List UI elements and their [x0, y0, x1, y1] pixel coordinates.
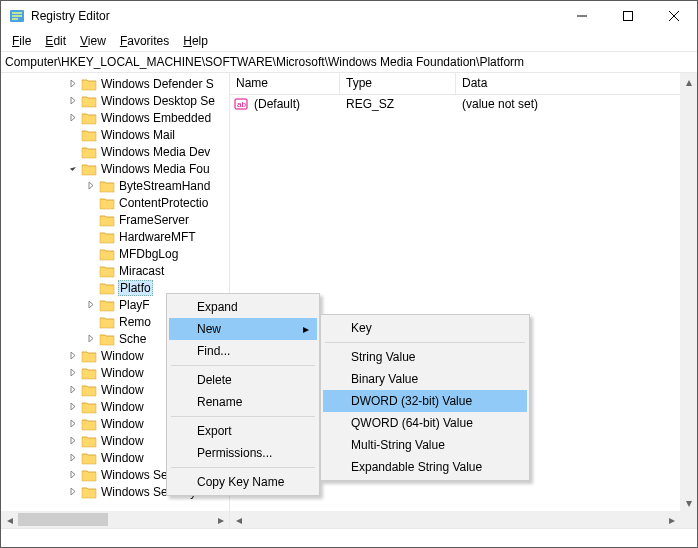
statusbar: [1, 528, 697, 545]
tree-item[interactable]: Windows Media Dev: [1, 143, 229, 160]
expand-spacer: [85, 316, 97, 328]
ctx-expand[interactable]: Expand: [169, 296, 317, 318]
tree-item[interactable]: ContentProtectio: [1, 194, 229, 211]
ctx-export[interactable]: Export: [169, 420, 317, 442]
chevron-right-icon[interactable]: [67, 367, 79, 379]
chevron-right-icon[interactable]: [67, 112, 79, 124]
chevron-right-icon[interactable]: [67, 95, 79, 107]
ctx-find[interactable]: Find...: [169, 340, 317, 362]
expand-spacer: [67, 129, 79, 141]
sub-expand[interactable]: Expandable String Value: [323, 456, 527, 478]
tree-item-label: Window: [101, 349, 144, 363]
address-bar[interactable]: Computer\HKEY_LOCAL_MACHINE\SOFTWARE\Mic…: [1, 51, 697, 73]
menu-help[interactable]: Help: [176, 33, 215, 49]
chevron-right-icon[interactable]: [67, 401, 79, 413]
expand-spacer: [85, 231, 97, 243]
chevron-down-icon[interactable]: [67, 163, 79, 175]
string-value-icon: ab: [234, 97, 248, 111]
scroll-right-icon[interactable]: ▸: [212, 511, 229, 528]
tree-item[interactable]: ByteStreamHand: [1, 177, 229, 194]
tree-item-label: Window: [101, 417, 144, 431]
values-hscrollbar[interactable]: ◂ ▸: [230, 511, 680, 528]
ctx-delete[interactable]: Delete: [169, 369, 317, 391]
value-row[interactable]: ab (Default) REG_SZ (value not set): [230, 95, 697, 113]
tree-item-label: ContentProtectio: [119, 196, 208, 210]
expand-spacer: [67, 146, 79, 158]
tree-item-label: Windows Media Fou: [101, 162, 210, 176]
value-data: (value not set): [456, 97, 544, 111]
sub-qword[interactable]: QWORD (64-bit) Value: [323, 412, 527, 434]
ctx-separator: [171, 467, 315, 468]
expand-spacer: [85, 282, 97, 294]
chevron-right-icon[interactable]: [67, 435, 79, 447]
chevron-right-icon[interactable]: [67, 486, 79, 498]
chevron-right-icon[interactable]: [67, 384, 79, 396]
value-type: REG_SZ: [340, 97, 456, 111]
window-title: Registry Editor: [31, 9, 559, 23]
menu-favorites[interactable]: Favorites: [113, 33, 176, 49]
sub-key[interactable]: Key: [323, 317, 527, 339]
ctx-copy-key-name[interactable]: Copy Key Name: [169, 471, 317, 493]
close-button[interactable]: [651, 1, 697, 31]
tree-item-label: Window: [101, 451, 144, 465]
maximize-button[interactable]: [605, 1, 651, 31]
tree-item-label: Windows Media Dev: [101, 145, 210, 159]
tree-item[interactable]: Windows Desktop Se: [1, 92, 229, 109]
ctx-new[interactable]: New▸: [169, 318, 317, 340]
svg-rect-1: [12, 12, 22, 14]
chevron-right-icon[interactable]: [67, 78, 79, 90]
sub-multi[interactable]: Multi-String Value: [323, 434, 527, 456]
submenu-arrow-icon: ▸: [303, 322, 309, 336]
menu-file[interactable]: File: [5, 33, 38, 49]
chevron-right-icon[interactable]: [67, 469, 79, 481]
tree-hscrollbar[interactable]: ◂ ▸: [1, 511, 229, 528]
values-vscrollbar[interactable]: ▴ ▾: [680, 73, 697, 511]
ctx-separator: [325, 342, 525, 343]
col-name[interactable]: Name: [230, 73, 340, 94]
submenu-new: Key String Value Binary Value DWORD (32-…: [320, 314, 530, 481]
menubar: File Edit View Favorites Help: [1, 31, 697, 51]
tree-item-label: Sche: [119, 332, 146, 346]
chevron-right-icon[interactable]: [85, 180, 97, 192]
tree-item[interactable]: Miracast: [1, 262, 229, 279]
tree-item-label: HardwareMFT: [119, 230, 196, 244]
sub-string[interactable]: String Value: [323, 346, 527, 368]
tree-item-label: MFDbgLog: [119, 247, 178, 261]
ctx-permissions[interactable]: Permissions...: [169, 442, 317, 464]
context-menu: Expand New▸ Find... Delete Rename Export…: [166, 293, 320, 496]
tree-item[interactable]: Windows Defender S: [1, 75, 229, 92]
tree-item-label: Windows Desktop Se: [101, 94, 215, 108]
tree-item[interactable]: Windows Mail: [1, 126, 229, 143]
menu-edit[interactable]: Edit: [38, 33, 73, 49]
sub-dword[interactable]: DWORD (32-bit) Value: [323, 390, 527, 412]
scroll-down-icon[interactable]: ▾: [680, 494, 697, 511]
menu-view[interactable]: View: [73, 33, 113, 49]
svg-rect-3: [12, 18, 18, 20]
scroll-up-icon[interactable]: ▴: [680, 73, 697, 90]
chevron-right-icon[interactable]: [85, 299, 97, 311]
ctx-separator: [171, 365, 315, 366]
col-data[interactable]: Data: [456, 73, 697, 94]
chevron-right-icon[interactable]: [67, 418, 79, 430]
ctx-rename[interactable]: Rename: [169, 391, 317, 413]
tree-item[interactable]: MFDbgLog: [1, 245, 229, 262]
tree-item[interactable]: FrameServer: [1, 211, 229, 228]
scroll-left-icon[interactable]: ◂: [230, 511, 247, 528]
chevron-right-icon[interactable]: [67, 452, 79, 464]
minimize-button[interactable]: [559, 1, 605, 31]
col-type[interactable]: Type: [340, 73, 456, 94]
chevron-right-icon[interactable]: [67, 350, 79, 362]
scroll-left-icon[interactable]: ◂: [1, 511, 18, 528]
tree-item-label: ByteStreamHand: [119, 179, 210, 193]
expand-spacer: [85, 197, 97, 209]
tree-item-label: PlayF: [119, 298, 150, 312]
tree-item-label: Platfo: [118, 280, 153, 296]
scroll-right-icon[interactable]: ▸: [663, 511, 680, 528]
tree-item[interactable]: Windows Media Fou: [1, 160, 229, 177]
tree-item[interactable]: HardwareMFT: [1, 228, 229, 245]
sub-binary[interactable]: Binary Value: [323, 368, 527, 390]
tree-item-label: Window: [101, 400, 144, 414]
chevron-right-icon[interactable]: [85, 333, 97, 345]
tree-item[interactable]: Windows Embedded: [1, 109, 229, 126]
tree-item-label: Window: [101, 434, 144, 448]
